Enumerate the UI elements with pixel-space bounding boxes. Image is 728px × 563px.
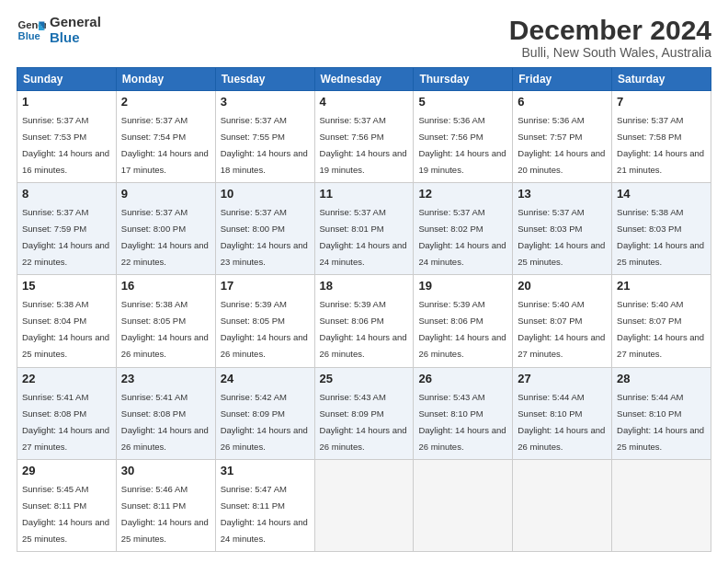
- day-17: 17 Sunrise: 5:39 AMSunset: 8:05 PMDaylig…: [215, 275, 314, 367]
- svg-text:Blue: Blue: [18, 29, 40, 40]
- col-sunday: Sunday: [17, 68, 117, 91]
- day-27: 27 Sunrise: 5:44 AMSunset: 8:10 PMDaylig…: [513, 367, 612, 459]
- day-3: 3 Sunrise: 5:37 AMSunset: 7:55 PMDayligh…: [215, 91, 314, 183]
- week-row-1: 1 Sunrise: 5:37 AMSunset: 7:53 PMDayligh…: [17, 91, 711, 183]
- day-21: 21 Sunrise: 5:40 AMSunset: 8:07 PMDaylig…: [612, 275, 711, 367]
- day-5: 5 Sunrise: 5:36 AMSunset: 7:56 PMDayligh…: [414, 91, 513, 183]
- page: General Blue General Blue December 2024 …: [0, 0, 728, 563]
- col-wednesday: Wednesday: [314, 68, 414, 91]
- day-7: 7 Sunrise: 5:37 AMSunset: 7:58 PMDayligh…: [612, 91, 711, 183]
- day-31: 31 Sunrise: 5:47 AMSunset: 8:11 PMDaylig…: [215, 459, 314, 551]
- calendar-header-row: Sunday Monday Tuesday Wednesday Thursday…: [17, 68, 711, 91]
- col-thursday: Thursday: [414, 68, 513, 91]
- day-14: 14 Sunrise: 5:38 AMSunset: 8:03 PMDaylig…: [612, 183, 711, 275]
- month-title: December 2024: [509, 15, 711, 45]
- day-24: 24 Sunrise: 5:42 AMSunset: 8:09 PMDaylig…: [215, 367, 314, 459]
- day-29: 29 Sunrise: 5:45 AMSunset: 8:11 PMDaylig…: [17, 459, 117, 551]
- logo-icon: General Blue: [17, 16, 46, 45]
- empty-cell-2: [414, 459, 513, 551]
- location-title: Bulli, New South Wales, Australia: [509, 45, 711, 60]
- day-30: 30 Sunrise: 5:46 AMSunset: 8:11 PMDaylig…: [116, 459, 215, 551]
- day-26: 26 Sunrise: 5:43 AMSunset: 8:10 PMDaylig…: [414, 367, 513, 459]
- day-11: 11 Sunrise: 5:37 AMSunset: 8:01 PMDaylig…: [314, 183, 414, 275]
- day-4: 4 Sunrise: 5:37 AMSunset: 7:56 PMDayligh…: [314, 91, 414, 183]
- calendar: Sunday Monday Tuesday Wednesday Thursday…: [17, 67, 711, 552]
- empty-cell-1: [314, 459, 414, 551]
- week-row-5: 29 Sunrise: 5:45 AMSunset: 8:11 PMDaylig…: [17, 459, 711, 551]
- day-23: 23 Sunrise: 5:41 AMSunset: 8:08 PMDaylig…: [116, 367, 215, 459]
- day-10: 10 Sunrise: 5:37 AMSunset: 8:00 PMDaylig…: [215, 183, 314, 275]
- logo: General Blue General Blue: [17, 15, 101, 45]
- week-row-2: 8 Sunrise: 5:37 AMSunset: 7:59 PMDayligh…: [17, 183, 711, 275]
- week-row-4: 22 Sunrise: 5:41 AMSunset: 8:08 PMDaylig…: [17, 367, 711, 459]
- day-25: 25 Sunrise: 5:43 AMSunset: 8:09 PMDaylig…: [314, 367, 414, 459]
- col-monday: Monday: [116, 68, 215, 91]
- day-20: 20 Sunrise: 5:40 AMSunset: 8:07 PMDaylig…: [513, 275, 612, 367]
- col-friday: Friday: [513, 68, 612, 91]
- col-tuesday: Tuesday: [215, 68, 314, 91]
- day-18: 18 Sunrise: 5:39 AMSunset: 8:06 PMDaylig…: [314, 275, 414, 367]
- col-saturday: Saturday: [612, 68, 711, 91]
- week-row-3: 15 Sunrise: 5:38 AMSunset: 8:04 PMDaylig…: [17, 275, 711, 367]
- day-28: 28 Sunrise: 5:44 AMSunset: 8:10 PMDaylig…: [612, 367, 711, 459]
- day-1: 1 Sunrise: 5:37 AMSunset: 7:53 PMDayligh…: [17, 91, 117, 183]
- logo-blue: Blue: [50, 30, 101, 46]
- day-6: 6 Sunrise: 5:36 AMSunset: 7:57 PMDayligh…: [513, 91, 612, 183]
- day-16: 16 Sunrise: 5:38 AMSunset: 8:05 PMDaylig…: [116, 275, 215, 367]
- day-8: 8 Sunrise: 5:37 AMSunset: 7:59 PMDayligh…: [17, 183, 117, 275]
- empty-cell-3: [513, 459, 612, 551]
- title-area: December 2024 Bulli, New South Wales, Au…: [509, 15, 711, 60]
- empty-cell-4: [612, 459, 711, 551]
- day-22: 22 Sunrise: 5:41 AMSunset: 8:08 PMDaylig…: [17, 367, 117, 459]
- day-13: 13 Sunrise: 5:37 AMSunset: 8:03 PMDaylig…: [513, 183, 612, 275]
- day-12: 12 Sunrise: 5:37 AMSunset: 8:02 PMDaylig…: [414, 183, 513, 275]
- day-9: 9 Sunrise: 5:37 AMSunset: 8:00 PMDayligh…: [116, 183, 215, 275]
- day-15: 15 Sunrise: 5:38 AMSunset: 8:04 PMDaylig…: [17, 275, 117, 367]
- header: General Blue General Blue December 2024 …: [17, 15, 711, 60]
- day-19: 19 Sunrise: 5:39 AMSunset: 8:06 PMDaylig…: [414, 275, 513, 367]
- day-2: 2 Sunrise: 5:37 AMSunset: 7:54 PMDayligh…: [116, 91, 215, 183]
- logo-general: General: [50, 15, 101, 30]
